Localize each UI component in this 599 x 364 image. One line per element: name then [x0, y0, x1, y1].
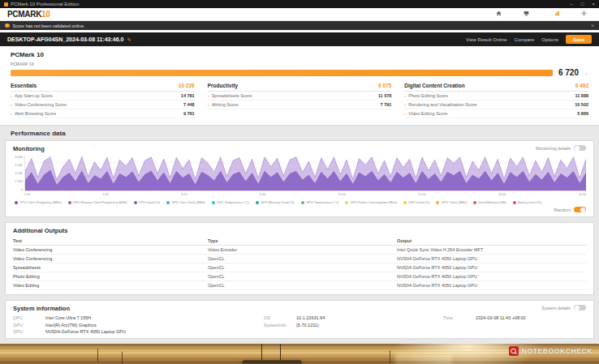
- legend-item[interactable]: GPU Memory Clock Frequency (MHz): [68, 200, 127, 204]
- sysinfo-row-time: Time2024-03-08 11:43 +08:00: [443, 315, 586, 320]
- chevron-right-icon: ›: [208, 102, 209, 107]
- chevron-right-icon: ›: [11, 102, 12, 107]
- home-icon: [496, 5, 502, 19]
- system-info-card: System information System details CPUInt…: [5, 300, 594, 339]
- sysinfo-column-left: CPUIntel Core Ultra 7 155H GPUIntel(R) A…: [13, 315, 256, 334]
- sysinfo-column-right: Time2024-03-08 11:43 +08:00: [443, 315, 586, 334]
- edit-pencil-icon[interactable]: ✎: [127, 36, 131, 42]
- monitoring-title: Monitoring: [13, 145, 586, 152]
- background-photo: NOTEBOOKCHECK: [0, 344, 599, 364]
- result-header-bar: DESKTOP-AFG04SN_2024-03-08 11:43:46.0 ✎ …: [0, 32, 599, 46]
- legend-dot-icon: [473, 201, 476, 204]
- system-info-title: System information: [13, 305, 586, 312]
- app-icon: [4, 2, 8, 6]
- chevron-right-icon: ›: [11, 93, 12, 98]
- close-button[interactable]: ×: [592, 0, 595, 8]
- legend-item[interactable]: Battery level (%): [513, 200, 541, 204]
- chart-legend: CPU Clock Frequency (MHz) GPU Memory Clo…: [15, 200, 586, 204]
- options-button[interactable]: Options: [541, 37, 558, 42]
- page-title: PCMark 10: [11, 51, 588, 58]
- score-group-productivity: Productivity 9 075 ›Spreadsheets Score11…: [208, 83, 392, 118]
- monitoring-chart: [24, 156, 586, 191]
- random-label: Random: [554, 208, 571, 212]
- group-name: Productivity: [208, 83, 239, 88]
- legend-dot-icon: [256, 201, 259, 204]
- sysinfo-row-gpu2: GPUNVIDIA GeForce RTX 4050 Laptop GPU: [13, 329, 256, 334]
- legend-item[interactable]: GPU Temperature (°C): [301, 200, 338, 204]
- legend-item[interactable]: CPU Clock Frequency (MHz): [15, 200, 62, 204]
- test-row-rendering[interactable]: ›Rendering and Visualization Score10 502: [404, 101, 588, 109]
- pcmark-logo: PCMARK10: [7, 10, 50, 19]
- chevron-right-icon: ›: [208, 93, 209, 98]
- legend-dot-icon: [403, 201, 407, 204]
- random-toggle[interactable]: [574, 207, 586, 212]
- test-row-video-editing[interactable]: ›Video Editing Score5 866: [404, 109, 588, 118]
- legend-item[interactable]: GPU Memory Used (%): [256, 200, 295, 204]
- table-row: Photo EditingOpenCLNVIDIA GeForce RTX 40…: [13, 272, 586, 281]
- group-name: Essentials: [11, 83, 37, 88]
- monitoring-card: Monitoring Monitoring details 8 000 6 00…: [5, 140, 594, 217]
- chevron-right-icon: ›: [404, 93, 406, 98]
- monitoring-details-label: Monitoring details: [536, 146, 571, 151]
- scores-panel: PCMark 10 PCMARK 10 6 720 ⌄ Essentials 1…: [0, 46, 599, 126]
- legend-item[interactable]: GPU Power Consumption (Watt): [345, 200, 397, 204]
- system-details-label: System details: [541, 306, 571, 310]
- notebookcheck-watermark: NOTEBOOKCHECK: [509, 346, 593, 356]
- legend-dot-icon: [134, 201, 137, 204]
- legend-dot-icon: [15, 201, 18, 204]
- legend-item[interactable]: GPU Clock (MHz): [436, 200, 467, 204]
- legend-item[interactable]: CPU Used (%): [134, 200, 160, 204]
- score-group-essentials: Essentials 10 226 ›App Start-up Score14 …: [11, 83, 195, 118]
- notification-text: Score has not been validated online.: [13, 24, 85, 28]
- table-row: Video ConferencingVideo EncoderIntel Qui…: [13, 246, 586, 255]
- app-header: PCMARK10 HOME BENCHMARKS RESULTS OPTIONS: [0, 8, 599, 21]
- legend-item[interactable]: Used Memory (GB): [473, 200, 506, 204]
- results-icon: [554, 5, 560, 19]
- test-row-video-conferencing[interactable]: ›Video Conferencing Score7 448: [11, 101, 195, 109]
- legend-dot-icon: [301, 201, 304, 204]
- legend-item[interactable]: GPU Used (%): [403, 200, 429, 204]
- total-score: 6 720: [558, 68, 579, 77]
- test-row-web-browsing[interactable]: ›Web Browsing Score9 761: [11, 109, 195, 118]
- outputs-table: Test Type Output Video ConferencingVideo…: [13, 237, 586, 290]
- additional-outputs-card: Additional Outputs Test Type Output Vide…: [5, 222, 594, 295]
- result-title: DESKTOP-AFG04SN_2024-03-08 11:43:46.0: [7, 36, 123, 42]
- test-row-spreadsheets[interactable]: ›Spreadsheets Score11 078: [208, 92, 392, 101]
- group-name: Digital Content Creation: [404, 83, 464, 88]
- sysinfo-row-systeminfo: SystemInfo(5.70.1211): [264, 323, 435, 328]
- legend-dot-icon: [513, 201, 516, 204]
- legend-item[interactable]: GPU Core Clock (MHz): [166, 200, 205, 204]
- compare-button[interactable]: Compare: [515, 37, 535, 42]
- additional-outputs-title: Additional Outputs: [13, 227, 586, 234]
- test-row-app-startup[interactable]: ›App Start-up Score14 781: [11, 92, 195, 101]
- view-result-online-button[interactable]: View Result Online: [466, 37, 507, 42]
- chevron-right-icon: ›: [404, 102, 406, 107]
- group-score: 9 492: [575, 83, 588, 88]
- window-title: PCMark 10 Professional Edition: [11, 0, 562, 8]
- test-row-photo-editing[interactable]: ›Photo Editing Score11 888: [404, 92, 588, 101]
- pcmark-score-bar: [11, 70, 553, 76]
- legend-dot-icon: [345, 201, 348, 204]
- monitoring-details-toggle[interactable]: [574, 145, 586, 151]
- legend-dot-icon: [166, 201, 170, 204]
- performance-data-heading: Performance data: [0, 126, 599, 140]
- column-header-output: Output: [397, 237, 586, 246]
- sysinfo-row-os: OS10.1.22631.94: [264, 315, 435, 320]
- chevron-right-icon: ›: [404, 111, 406, 116]
- notification-bar: ! Score has not been validated online. ×: [0, 21, 599, 30]
- chevron-down-icon[interactable]: ⌄: [584, 70, 588, 75]
- result-actions: View Result Online Compare Options Save: [466, 35, 592, 44]
- benchmarks-icon: [524, 5, 529, 19]
- save-button[interactable]: Save: [566, 35, 592, 44]
- table-row: Video EditingOpenCLNVIDIA GeForce RTX 40…: [13, 281, 586, 290]
- chevron-right-icon: ›: [11, 111, 12, 116]
- column-header-type: Type: [208, 237, 397, 246]
- test-row-writing[interactable]: ›Writing Score7 791: [208, 101, 392, 109]
- magnifier-icon: [509, 346, 519, 356]
- legend-dot-icon: [436, 201, 439, 204]
- legend-item[interactable]: CPU Temperature (°C): [212, 200, 249, 204]
- system-details-toggle[interactable]: [574, 305, 586, 310]
- pcmark-score-label: PCMARK 10: [11, 62, 588, 66]
- sysinfo-row-gpu1: GPUIntel(R) Arc(TM) Graphics: [13, 323, 256, 328]
- notification-close-icon[interactable]: ×: [591, 23, 594, 28]
